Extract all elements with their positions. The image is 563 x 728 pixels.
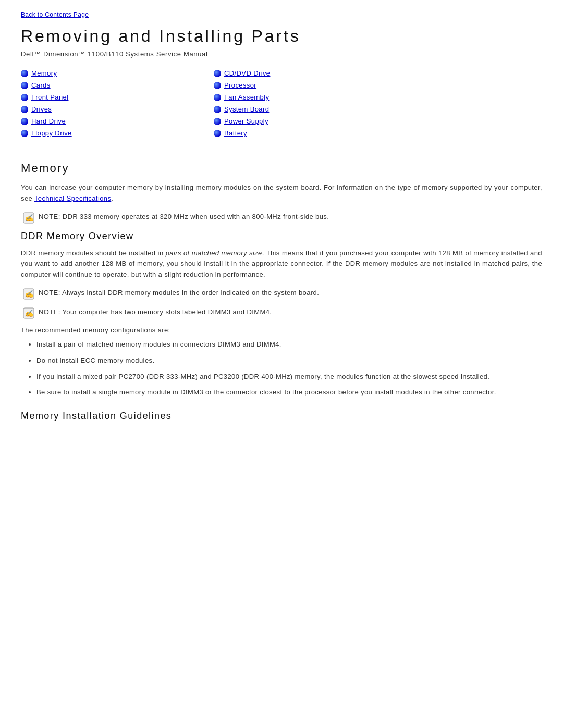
- nav-link-cards[interactable]: Cards: [31, 81, 51, 89]
- subtitle: Dell™ Dimension™ 1100/B110 Systems Servi…: [21, 50, 542, 58]
- ddr-overview-para: DDR memory modules should be installed i…: [21, 248, 542, 280]
- nav-item-floppy-drive: Floppy Drive: [21, 128, 193, 138]
- nav-item-processor: Processor: [214, 80, 386, 90]
- nav-bullet-icon: [21, 118, 28, 125]
- svg-text:✍: ✍: [24, 290, 35, 299]
- bullet-item-2: Do not install ECC memory modules.: [36, 355, 542, 366]
- nav-link-processor[interactable]: Processor: [224, 81, 256, 89]
- nav-bullet-icon: [21, 130, 28, 137]
- nav-grid: MemoryCD/DVD DriveCardsProcessorFront Pa…: [21, 68, 386, 138]
- nav-link-system-board[interactable]: System Board: [224, 105, 269, 113]
- install-guide-title: Memory Installation Guidelines: [21, 411, 542, 422]
- ddr-para-italic: pairs of matched memory size: [166, 249, 262, 257]
- nav-bullet-icon: [214, 82, 221, 89]
- ddr-para-start: DDR memory modules should be installed i…: [21, 249, 166, 257]
- memory-intro: You can increase your computer memory by…: [21, 182, 542, 204]
- note2-icon: ✍: [23, 288, 34, 300]
- back-to-contents-link[interactable]: Back to Contents Page: [21, 11, 89, 18]
- nav-bullet-icon: [214, 106, 221, 113]
- svg-text:✍: ✍: [24, 309, 35, 318]
- ddr-overview-title: DDR Memory Overview: [21, 231, 542, 242]
- bullet-item-3: If you install a mixed pair PC2700 (DDR …: [36, 372, 542, 382]
- divider: [21, 149, 542, 149]
- nav-bullet-icon: [21, 94, 28, 101]
- nav-item-memory: Memory: [21, 68, 193, 78]
- note3-text: NOTE: Your computer has two memory slots…: [39, 307, 272, 317]
- note2-box: ✍ NOTE: Always install DDR memory module…: [21, 288, 542, 300]
- nav-bullet-icon: [214, 118, 221, 125]
- nav-link-cddvd-drive[interactable]: CD/DVD Drive: [224, 69, 270, 77]
- note2-text: NOTE: Always install DDR memory modules …: [39, 288, 319, 298]
- nav-bullet-icon: [214, 70, 221, 77]
- bullet-list: Install a pair of matched memory modules…: [36, 339, 542, 398]
- nav-bullet-icon: [214, 94, 221, 101]
- ddr-overview-section: DDR Memory Overview DDR memory modules s…: [21, 231, 542, 399]
- nav-bullet-icon: [21, 70, 28, 77]
- nav-item-system-board: System Board: [214, 104, 386, 114]
- nav-bullet-icon: [214, 130, 221, 137]
- nav-bullet-icon: [21, 82, 28, 89]
- nav-link-floppy-drive[interactable]: Floppy Drive: [31, 129, 72, 137]
- memory-title: Memory: [21, 162, 542, 175]
- nav-bullet-icon: [21, 106, 28, 113]
- memory-intro-end: .: [111, 194, 113, 202]
- note3-box: ✍ NOTE: Your computer has two memory slo…: [21, 307, 542, 319]
- nav-item-hard-drive: Hard Drive: [21, 116, 193, 126]
- nav-item-front-panel: Front Panel: [21, 92, 193, 102]
- nav-item-cddvd-drive: CD/DVD Drive: [214, 68, 386, 78]
- tech-specs-link[interactable]: Technical Specifications: [34, 194, 111, 202]
- nav-item-power-supply: Power Supply: [214, 116, 386, 126]
- nav-link-front-panel[interactable]: Front Panel: [31, 93, 69, 101]
- rec-text: The recommended memory configurations ar…: [21, 326, 542, 334]
- nav-link-drives[interactable]: Drives: [31, 105, 52, 113]
- nav-link-memory[interactable]: Memory: [31, 69, 57, 77]
- nav-item-cards: Cards: [21, 80, 193, 90]
- note1-text: NOTE: DDR 333 memory operates at 320 MHz…: [39, 212, 329, 222]
- nav-link-power-supply[interactable]: Power Supply: [224, 117, 268, 125]
- nav-link-hard-drive[interactable]: Hard Drive: [31, 117, 66, 125]
- bullet-item-4: Be sure to install a single memory modul…: [36, 387, 542, 398]
- note1-box: ✍ NOTE: DDR 333 memory operates at 320 M…: [21, 212, 542, 224]
- nav-item-drives: Drives: [21, 104, 193, 114]
- note1-icon: ✍: [23, 212, 34, 224]
- svg-text:✍: ✍: [24, 214, 35, 223]
- nav-link-battery[interactable]: Battery: [224, 129, 247, 137]
- page-title: Removing and Installing Parts: [21, 27, 542, 46]
- memory-section: Memory You can increase your computer me…: [21, 162, 542, 422]
- nav-item-battery: Battery: [214, 128, 386, 138]
- nav-item-fan-assembly: Fan Assembly: [214, 92, 386, 102]
- note3-icon: ✍: [23, 307, 34, 319]
- nav-link-fan-assembly[interactable]: Fan Assembly: [224, 93, 269, 101]
- bullet-item-1: Install a pair of matched memory modules…: [36, 339, 542, 350]
- install-guide-section: Memory Installation Guidelines: [21, 411, 542, 422]
